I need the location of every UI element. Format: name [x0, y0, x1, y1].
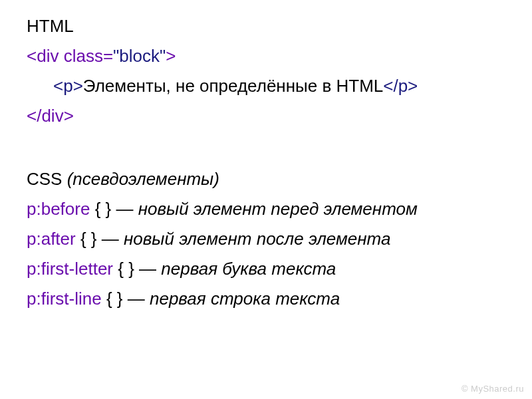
selector-before: p:before — [27, 199, 90, 219]
html-code-line-1: <div class="block"> — [27, 43, 505, 69]
css-title: CSS — [27, 169, 67, 189]
selector-after: p:after — [27, 229, 76, 249]
css-rule-first-letter: p:first-letter { } — первая буква текста — [27, 256, 505, 282]
tag-close-div: > — [166, 46, 176, 66]
html-code-line-3: </div> — [27, 103, 505, 129]
braces-0: { } — [90, 199, 116, 219]
braces-3: { } — [102, 289, 128, 309]
css-rule-before: p:before { } — новый элемент перед элеме… — [27, 196, 505, 222]
dash-2: — — [139, 259, 161, 279]
desc-first-letter: первая буква текста — [161, 259, 336, 279]
dash-1: — — [102, 229, 124, 249]
dash-3: — — [128, 289, 150, 309]
watermark: © MyShared.ru — [462, 384, 524, 394]
html-title: HTML — [27, 13, 505, 39]
desc-after: новый элемент после элемента — [124, 229, 390, 249]
tag-attr-block: "block" — [113, 46, 166, 66]
selector-first-line: p:first-line — [27, 289, 102, 309]
tag-close-p: </p> — [383, 76, 418, 96]
section-spacer — [27, 133, 505, 166]
selector-first-letter: p:first-letter — [27, 259, 113, 279]
css-rule-after: p:after { } — новый элемент после элемен… — [27, 226, 505, 252]
css-rule-first-line: p:first-line { } — первая строка текста — [27, 286, 505, 312]
desc-before: новый элемент перед элементом — [138, 199, 418, 219]
tag-open-div: <div class= — [27, 46, 113, 66]
html-code-line-2: <p>Элементы, не определённые в HTML</p> — [27, 73, 505, 99]
braces-2: { } — [113, 259, 139, 279]
desc-first-line: первая строка текста — [150, 289, 340, 309]
braces-1: { } — [76, 229, 102, 249]
html-text-content: Элементы, не определённые в HTML — [83, 76, 383, 96]
css-subtitle: (псевдоэлементы) — [67, 169, 219, 189]
css-title-line: CSS (псевдоэлементы) — [27, 166, 505, 192]
tag-open-p: <p> — [53, 76, 83, 96]
dash-0: — — [116, 199, 138, 219]
